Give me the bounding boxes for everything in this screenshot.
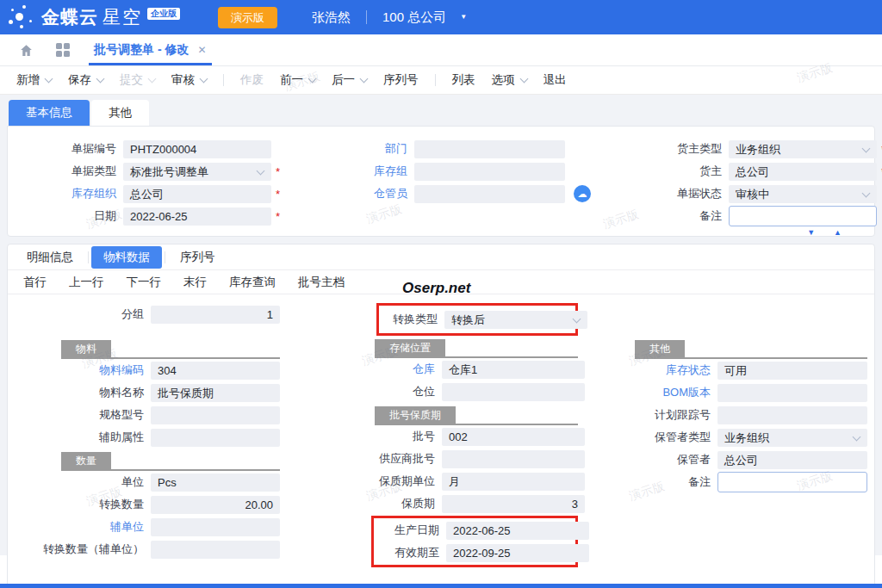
toolbar-audit-button[interactable]: 审核	[171, 72, 207, 88]
document-tabstrip: 批号调整单 - 修改 ✕	[0, 34, 882, 66]
toolbar-next-button[interactable]: 后一	[332, 72, 367, 88]
field-department: 部门	[356, 138, 591, 160]
aux-unit-link-label[interactable]: 辅单位	[16, 519, 151, 535]
field-convert-qty: 转换数量 20.00	[16, 493, 280, 516]
apps-grid-icon[interactable]	[56, 43, 70, 57]
shelf-life-value: 3	[442, 495, 585, 513]
keeper-value[interactable]	[414, 185, 565, 203]
inv-group-link-label[interactable]: 库存组	[356, 164, 414, 179]
remark2-input[interactable]	[717, 472, 867, 492]
warehouse-value: 仓库1	[442, 361, 585, 379]
basic-tabs: 基本信息 其他	[9, 100, 875, 126]
field-doc-no: 单据编号 PHTZ000004	[15, 138, 280, 160]
caret-up-icon[interactable]: ▲	[834, 228, 842, 237]
section-material: 物料	[61, 337, 280, 359]
chevron-down-icon	[148, 74, 157, 83]
close-icon[interactable]: ✕	[197, 44, 206, 56]
date-value: 2022-06-25	[123, 207, 271, 226]
highlight-box-dates: 生产日期 2022-06-25 有效期至 2022-09-25	[371, 516, 578, 567]
required-mark: *	[276, 165, 280, 178]
toolbar-list-button[interactable]: 列表	[452, 72, 475, 88]
basic-info-panel: 单据编号 PHTZ000004 单据类型 标准批号调整单 * 库存组织 总公司 …	[7, 126, 875, 237]
department-value[interactable]	[414, 140, 565, 158]
field-warehouse: 仓库 仓库1	[370, 358, 578, 381]
material-code-link-label[interactable]: 物料编码	[16, 362, 151, 378]
chevron-down-icon	[862, 189, 871, 197]
toolbar-new-button[interactable]: 新增	[16, 72, 52, 88]
batch-master-link[interactable]: 批号主档	[298, 275, 345, 290]
keeper-link-label[interactable]: 仓管员	[356, 186, 414, 201]
tab-serial-no[interactable]: 序列号	[168, 246, 227, 269]
section-batch-shelf: 批号保质期	[375, 403, 578, 425]
convert-type-dropdown[interactable]: 转换后	[444, 311, 587, 329]
field-shelf-life: 保质期 3	[370, 492, 578, 515]
inv-org-link-label[interactable]: 库存组织	[15, 186, 123, 201]
bom-version-link-label[interactable]: BOM版本	[626, 385, 717, 400]
toolbar-save-button[interactable]: 保存	[68, 72, 103, 88]
toolbar-serial-button[interactable]: 序列号	[383, 72, 419, 88]
field-remark2: 备注	[626, 471, 867, 493]
toolbar-divider	[435, 74, 436, 86]
field-plan-track: 计划跟踪号	[626, 404, 867, 426]
tab-detail-info[interactable]: 明细信息	[15, 246, 85, 269]
form-content: 基本信息 其他 单据编号 PHTZ000004 单据类型 标准批号调整单 * 库…	[0, 95, 882, 555]
field-convert-type: 转换类型 转换后	[382, 308, 587, 331]
field-custodian: 保管者 总公司	[626, 449, 867, 471]
home-icon[interactable]	[19, 43, 34, 58]
chevron-down-icon	[308, 74, 317, 83]
tab-material-data[interactable]: 物料数据	[91, 246, 162, 269]
doc-status-dropdown[interactable]: 审核中	[729, 185, 877, 203]
field-aux-unit: 辅单位	[16, 516, 280, 538]
convert-qty-value: 20.00	[151, 496, 280, 514]
remark-input[interactable]	[729, 206, 877, 226]
org-caret-down-icon[interactable]: ▼	[460, 14, 467, 21]
field-batch-no: 批号 002	[370, 425, 578, 448]
tab-basic-info[interactable]: 基本信息	[9, 100, 90, 126]
owner-type-dropdown[interactable]: 业务组织	[729, 140, 877, 158]
brand-title: 金蝶云 星空 企业版	[41, 5, 180, 29]
toolbar-prev-button[interactable]: 前一	[280, 72, 315, 88]
toolbar-exit-button[interactable]: 退出	[543, 72, 567, 88]
doc-tab-label: 批号调整单 - 修改	[94, 42, 189, 58]
prev-row-link[interactable]: 上一行	[69, 275, 104, 290]
doc-type-dropdown[interactable]: 标准批号调整单	[123, 163, 271, 181]
detail-panel: 明细信息 物料数据 序列号 首行 上一行 下一行 末行 库存查询 批号主档 Os…	[7, 244, 875, 587]
chevron-down-icon	[853, 432, 861, 441]
inventory-query-link[interactable]: 库存查询	[229, 275, 276, 290]
tab-other[interactable]: 其他	[91, 100, 149, 126]
first-row-link[interactable]: 首行	[23, 275, 47, 290]
inv-org-value: 总公司	[123, 185, 271, 203]
field-owner: 货主 总公司 *	[625, 160, 882, 183]
panel-collapse-controls: ▼ ▲	[807, 228, 842, 237]
field-keeper-type: 保管者类型 业务组织	[626, 426, 867, 449]
demo-version-badge: 演示版	[218, 7, 277, 28]
keeper-type-dropdown[interactable]: 业务组织	[717, 429, 867, 447]
brand-bold: 金蝶云	[41, 5, 98, 29]
material-name-value: 批号保质期	[151, 384, 280, 402]
field-doc-type: 单据类型 标准批号调整单 *	[15, 160, 280, 183]
toolbar-options-button[interactable]: 选项	[492, 72, 527, 88]
field-spec: 规格型号	[16, 404, 280, 426]
department-link-label[interactable]: 部门	[356, 141, 414, 157]
field-material-code: 物料编码 304	[16, 359, 280, 381]
plan-track-value	[717, 406, 867, 424]
last-row-link[interactable]: 末行	[183, 275, 207, 290]
user-name[interactable]: 张浩然	[312, 9, 351, 26]
stock-status-link-label[interactable]: 库存状态	[626, 362, 717, 378]
field-supplier-batch: 供应商批号	[370, 448, 578, 470]
next-row-link[interactable]: 下一行	[127, 275, 162, 290]
batch-no-value: 002	[442, 428, 585, 446]
chevron-down-icon	[573, 314, 581, 323]
cloud-sync-button[interactable]: ☁	[574, 185, 591, 202]
caret-down-icon[interactable]: ▼	[807, 228, 815, 237]
section-quantity: 数量	[61, 449, 280, 471]
chevron-down-icon	[96, 74, 105, 83]
field-remark: 备注	[625, 205, 882, 227]
org-selector[interactable]: 100 总公司	[382, 9, 446, 26]
warehouse-link-label[interactable]: 仓库	[370, 362, 442, 377]
chevron-down-icon	[45, 74, 53, 83]
field-prod-date: 生产日期 2022-06-25	[374, 519, 572, 542]
inv-group-value[interactable]	[414, 163, 565, 181]
stock-status-value: 可用	[717, 362, 867, 380]
tab-batch-adjust-doc[interactable]: 批号调整单 - 修改 ✕	[94, 34, 207, 65]
